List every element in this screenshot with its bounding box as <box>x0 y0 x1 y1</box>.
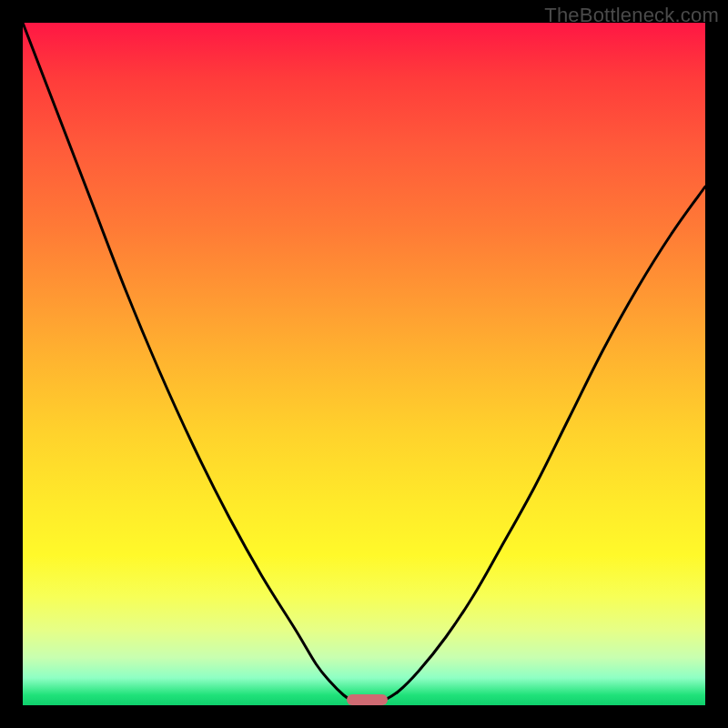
curve-layer <box>23 23 705 705</box>
curve-left <box>23 23 354 702</box>
curve-right <box>381 187 705 702</box>
plot-area <box>23 23 705 705</box>
minimum-marker <box>347 694 388 705</box>
chart-container: TheBottleneck.com <box>0 0 728 728</box>
